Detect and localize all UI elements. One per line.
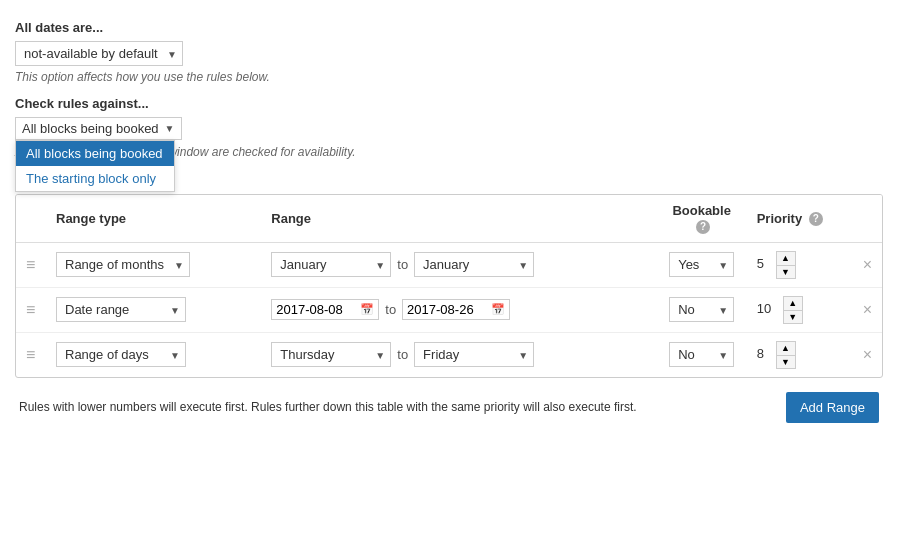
priority-up-3[interactable]: ▲ — [776, 341, 796, 355]
priority-up-1[interactable]: ▲ — [776, 251, 796, 265]
calendar-to-icon-2[interactable]: 📅 — [491, 303, 505, 316]
range-inputs-3: Thursday ▼ to Friday ▼ — [271, 342, 534, 367]
delete-button-2[interactable]: × — [863, 302, 872, 318]
range-to-wrapper-1[interactable]: January ▼ — [414, 252, 534, 277]
bookable-select-wrapper-1[interactable]: Yes No ▼ — [669, 252, 734, 277]
delete-button-1[interactable]: × — [863, 257, 872, 273]
bookable-cell-3: No Yes ▼ — [657, 332, 747, 377]
availability-table: Range type Range Bookable ? Priority ? ≡ — [16, 195, 882, 377]
range-from-select-1[interactable]: January — [271, 252, 391, 277]
delete-cell-3: × — [847, 332, 882, 377]
date-from-wrap-2[interactable]: 📅 — [271, 299, 379, 320]
all-dates-section: All dates are... not-available by defaul… — [15, 20, 883, 84]
check-rules-dropdown-menu: All blocks being booked The starting blo… — [15, 140, 175, 192]
range-cell-1: January ▼ to January ▼ — [261, 242, 656, 287]
footer-text: Rules with lower numbers will execute fi… — [19, 398, 637, 416]
to-label-3: to — [397, 347, 408, 362]
all-dates-select-wrapper[interactable]: not-available by default ▼ — [15, 41, 183, 66]
range-type-select-wrapper-3[interactable]: Range of days ▼ — [56, 342, 186, 367]
priority-help-icon[interactable]: ? — [809, 212, 823, 226]
priority-stepper-1[interactable]: ▲ ▼ — [776, 251, 796, 279]
range-type-cell-2: Date range ▼ — [46, 287, 261, 332]
bookable-select-3[interactable]: No Yes — [669, 342, 734, 367]
col-range: Range — [261, 195, 656, 242]
col-range-type: Range type — [46, 195, 261, 242]
bookable-cell-1: Yes No ▼ — [657, 242, 747, 287]
range-type-select-1[interactable]: Range of months — [56, 252, 190, 277]
table-row: ≡ Range of months ▼ — [16, 242, 882, 287]
check-rules-selected-value: All blocks being booked — [22, 121, 159, 136]
range-to-wrapper-3[interactable]: Friday ▼ — [414, 342, 534, 367]
availability-table-container: Range type Range Bookable ? Priority ? ≡ — [15, 194, 883, 378]
range-inputs-2: 📅 to 📅 — [271, 299, 510, 320]
dropdown-item-starting-block[interactable]: The starting block only — [16, 166, 174, 191]
to-label-1: to — [397, 257, 408, 272]
delete-cell-1: × — [847, 242, 882, 287]
check-rules-label: Check rules against... — [15, 96, 883, 111]
date-from-input-2[interactable] — [276, 302, 358, 317]
calendar-from-icon-2[interactable]: 📅 — [360, 303, 374, 316]
col-bookable: Bookable ? — [657, 195, 747, 242]
priority-cell-1: 5 ▲ ▼ — [747, 242, 847, 287]
priority-down-3[interactable]: ▼ — [776, 355, 796, 369]
range-type-cell-1: Range of months ▼ — [46, 242, 261, 287]
all-dates-select[interactable]: not-available by default — [15, 41, 183, 66]
priority-down-2[interactable]: ▼ — [783, 310, 803, 324]
delete-cell-2: × — [847, 287, 882, 332]
priority-stepper-2[interactable]: ▲ ▼ — [783, 296, 803, 324]
priority-value-2: 10 — [757, 301, 771, 316]
drag-handle-icon-3[interactable]: ≡ — [26, 346, 35, 363]
check-rules-dropdown-wrapper[interactable]: All blocks being booked ▼ All blocks bei… — [15, 117, 182, 140]
range-to-select-3[interactable]: Friday — [414, 342, 534, 367]
dropdown-item-all-blocks[interactable]: All blocks being booked — [16, 141, 174, 166]
drag-handle-cell: ≡ — [16, 242, 46, 287]
priority-up-2[interactable]: ▲ — [783, 296, 803, 310]
range-cell-3: Thursday ▼ to Friday ▼ — [261, 332, 656, 377]
bookable-select-wrapper-3[interactable]: No Yes ▼ — [669, 342, 734, 367]
availability-range-section: Set Availability Range : Range type Rang… — [15, 167, 883, 423]
bookable-select-1[interactable]: Yes No — [669, 252, 734, 277]
priority-down-1[interactable]: ▼ — [776, 265, 796, 279]
drag-handle-icon[interactable]: ≡ — [26, 256, 35, 273]
priority-value-1: 5 — [757, 256, 764, 271]
check-rules-section: Check rules against... All blocks being … — [15, 96, 883, 159]
drag-handle-cell-3: ≡ — [16, 332, 46, 377]
priority-stepper-3[interactable]: ▲ ▼ — [776, 341, 796, 369]
priority-value-3: 8 — [757, 346, 764, 361]
col-drag — [16, 195, 46, 242]
all-dates-hint: This option affects how you use the rule… — [15, 70, 883, 84]
date-to-input-2[interactable] — [407, 302, 489, 317]
bookable-select-2[interactable]: No Yes — [669, 297, 734, 322]
range-from-wrapper-1[interactable]: January ▼ — [271, 252, 391, 277]
range-type-cell-3: Range of days ▼ — [46, 332, 261, 377]
range-type-select-wrapper-1[interactable]: Range of months ▼ — [56, 252, 190, 277]
bookable-select-wrapper-2[interactable]: No Yes ▼ — [669, 297, 734, 322]
all-dates-label: All dates are... — [15, 20, 883, 35]
range-from-select-3[interactable]: Thursday — [271, 342, 391, 367]
add-range-button[interactable]: Add Range — [786, 392, 879, 423]
to-label-2: to — [385, 302, 396, 317]
table-row: ≡ Date range ▼ — [16, 287, 882, 332]
date-to-wrap-2[interactable]: 📅 — [402, 299, 510, 320]
bookable-cell-2: No Yes ▼ — [657, 287, 747, 332]
table-row: ≡ Range of days ▼ — [16, 332, 882, 377]
check-rules-chevron-icon: ▼ — [165, 123, 175, 134]
range-type-select-3[interactable]: Range of days — [56, 342, 186, 367]
range-from-wrapper-3[interactable]: Thursday ▼ — [271, 342, 391, 367]
range-inputs-1: January ▼ to January ▼ — [271, 252, 534, 277]
bookable-help-icon[interactable]: ? — [696, 220, 710, 234]
table-header-row: Range type Range Bookable ? Priority ? — [16, 195, 882, 242]
delete-button-3[interactable]: × — [863, 347, 872, 363]
col-delete — [847, 195, 882, 242]
col-priority: Priority ? — [747, 195, 847, 242]
check-rules-select-display[interactable]: All blocks being booked ▼ — [15, 117, 182, 140]
drag-handle-icon-2[interactable]: ≡ — [26, 301, 35, 318]
range-cell-2: 📅 to 📅 — [261, 287, 656, 332]
range-type-select-2[interactable]: Date range — [56, 297, 186, 322]
drag-handle-cell-2: ≡ — [16, 287, 46, 332]
range-type-select-wrapper-2[interactable]: Date range ▼ — [56, 297, 186, 322]
priority-cell-2: 10 ▲ ▼ — [747, 287, 847, 332]
range-to-select-1[interactable]: January — [414, 252, 534, 277]
priority-cell-3: 8 ▲ ▼ — [747, 332, 847, 377]
table-footer: Rules with lower numbers will execute fi… — [15, 392, 883, 423]
